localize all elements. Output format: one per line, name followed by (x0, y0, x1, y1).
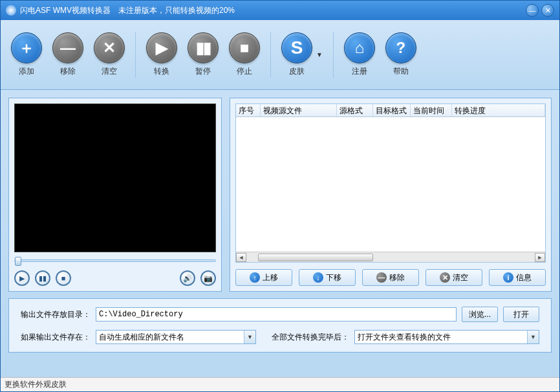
table-header: 序号 视频源文件 源格式 目标格式 当前时间 转换进度 (236, 104, 545, 117)
titlebar: 闪电ASF WMV视频转换器 未注册版本，只能转换视频的20% — ✕ (1, 1, 559, 20)
chevron-down-icon: ▼ (316, 51, 323, 58)
plus-icon: ＋ (11, 32, 42, 63)
stop-button[interactable]: ■ 停止 (226, 30, 263, 80)
x-icon: ✕ (94, 32, 125, 63)
file-table[interactable]: 序号 视频源文件 源格式 目标格式 当前时间 转换进度 ◄ ► (235, 103, 546, 263)
scroll-right-icon[interactable]: ► (535, 253, 545, 262)
play-icon: ▶ (146, 32, 177, 63)
app-icon (6, 5, 16, 16)
list-clear-button[interactable]: ✕清空 (425, 269, 482, 286)
seek-slider[interactable] (14, 255, 216, 267)
media-controls: ▶ ▮▮ ■ 🔊 📷 (14, 270, 216, 286)
content-area: ▶ ▮▮ ■ 🔊 📷 序号 视频源文件 源格式 目标格式 当前时间 (1, 90, 559, 378)
output-dir-input[interactable] (96, 307, 457, 321)
list-remove-button[interactable]: —移除 (362, 269, 419, 286)
move-up-button[interactable]: ↑上移 (235, 269, 292, 286)
browse-button[interactable]: 浏览... (462, 307, 498, 322)
clear-button[interactable]: ✕ 清空 (91, 30, 127, 80)
x-icon: ✕ (440, 272, 450, 283)
table-body (236, 117, 545, 252)
play-media-button[interactable]: ▶ (14, 270, 30, 286)
chevron-down-icon: ▼ (244, 331, 255, 343)
stop-icon: ■ (229, 32, 260, 63)
info-icon: i (503, 272, 513, 283)
convert-button[interactable]: ▶ 转换 (144, 30, 180, 80)
col-prog[interactable]: 转换进度 (452, 104, 545, 116)
status-text: 更换软件外观皮肤 (5, 380, 67, 389)
horizontal-scrollbar[interactable]: ◄ ► (236, 252, 545, 262)
pause-icon: ▮▮ (188, 32, 219, 63)
help-button[interactable]: ? 帮助 (383, 30, 419, 80)
minus-icon: — (376, 272, 387, 283)
pause-media-button[interactable]: ▮▮ (35, 270, 50, 286)
col-srcfmt[interactable]: 源格式 (337, 104, 373, 116)
home-icon: ⌂ (344, 32, 375, 63)
file-list-panel: 序号 视频源文件 源格式 目标格式 当前时间 转换进度 ◄ ► (230, 98, 552, 292)
list-action-bar: ↑上移 ↓下移 —移除 ✕清空 i信息 (235, 269, 546, 286)
chevron-down-icon: ▼ (527, 331, 539, 343)
scroll-left-icon[interactable]: ◄ (236, 253, 246, 262)
if-exists-combo[interactable]: 自动生成相应的新文件名 ▼ (96, 330, 256, 344)
arrow-down-icon: ↓ (313, 272, 323, 283)
skin-button[interactable]: S 皮肤 ▼ (279, 30, 325, 80)
video-preview (14, 103, 216, 252)
col-index[interactable]: 序号 (236, 104, 261, 116)
close-button[interactable]: ✕ (541, 4, 554, 17)
minus-icon: — (52, 32, 83, 63)
upper-panels: ▶ ▮▮ ■ 🔊 📷 序号 视频源文件 源格式 目标格式 当前时间 (8, 98, 552, 292)
col-source[interactable]: 视频源文件 (261, 104, 337, 116)
if-exists-label: 如果输出文件存在： (21, 332, 91, 343)
col-dstfmt[interactable]: 目标格式 (373, 104, 411, 116)
separator (333, 32, 334, 78)
add-button[interactable]: ＋ 添加 (8, 30, 45, 80)
status-bar: 更换软件外观皮肤 (1, 377, 559, 391)
window-title: 闪电ASF WMV视频转换器 未注册版本，只能转换视频的20% (20, 5, 523, 16)
snapshot-button[interactable]: 📷 (200, 270, 216, 286)
remove-button[interactable]: — 移除 (50, 30, 86, 80)
after-done-label: 全部文件转换完毕后： (272, 332, 349, 343)
separator (135, 32, 136, 78)
volume-button[interactable]: 🔊 (180, 270, 195, 286)
register-button[interactable]: ⌂ 注册 (341, 30, 378, 80)
minimize-button[interactable]: — (526, 4, 539, 17)
output-dir-label: 输出文件存放目录： (21, 309, 91, 320)
stop-media-button[interactable]: ■ (56, 270, 71, 286)
col-time[interactable]: 当前时间 (411, 104, 452, 116)
app-window: 闪电ASF WMV视频转换器 未注册版本，只能转换视频的20% — ✕ ＋ 添加… (0, 0, 560, 392)
preview-panel: ▶ ▮▮ ■ 🔊 📷 (8, 98, 222, 292)
open-button[interactable]: 打开 (503, 307, 539, 322)
move-down-button[interactable]: ↓下移 (299, 269, 356, 286)
info-button[interactable]: i信息 (489, 269, 546, 286)
output-settings-panel: 输出文件存放目录： 浏览... 打开 如果输出文件存在： 自动生成相应的新文件名… (8, 298, 552, 353)
pause-button[interactable]: ▮▮ 暂停 (185, 30, 221, 80)
arrow-up-icon: ↑ (250, 272, 260, 283)
question-icon: ? (385, 32, 416, 63)
after-done-combo[interactable]: 打开文件夹查看转换的文件 ▼ (354, 330, 539, 344)
separator (270, 32, 271, 78)
skin-icon: S (281, 32, 312, 63)
main-toolbar: ＋ 添加 — 移除 ✕ 清空 ▶ 转换 ▮▮ 暂停 ■ 停止 S 皮肤 (1, 20, 559, 90)
